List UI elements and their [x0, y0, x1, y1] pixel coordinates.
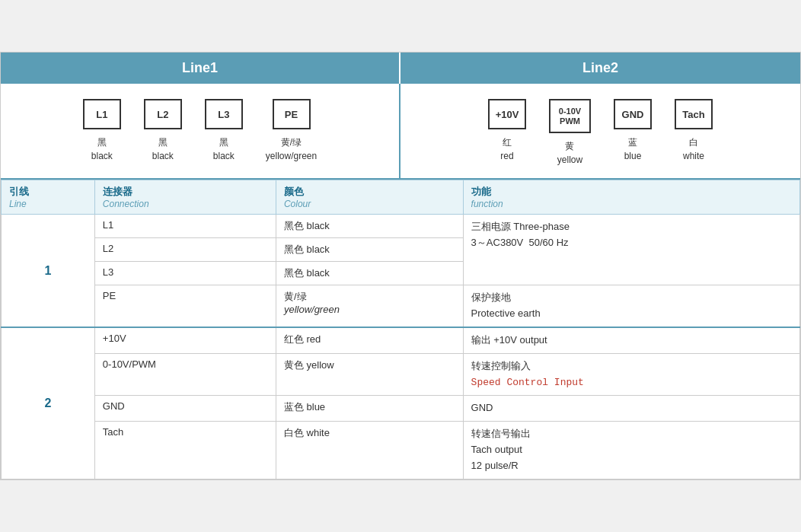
colour-l1: 黑色 black [276, 215, 463, 238]
header-line2: Line2 [400, 53, 800, 84]
table-container: 引线 Line 连接器 Connection 颜色 Colour 功能 func… [1, 180, 800, 479]
th-colour: 颜色 Colour [276, 180, 463, 215]
main-container: Line1 Line2 L1 黑 black L2 黑 black L3 [0, 52, 801, 479]
func-pe: 保护接地Protective earth [463, 285, 799, 327]
func-line1-main: 三相电源 Three-phase 3～AC380V 50/60 Hz [463, 215, 799, 285]
connector-item-pe: PE 黄/绿 yellow/green [266, 99, 317, 163]
connector-box-tach: Tach [675, 99, 713, 129]
conn-tach: Tach [94, 422, 276, 479]
th-line: 引线 Line [2, 180, 95, 215]
func-0-10v-pwm: 转速控制输入 Speed Control Input [463, 353, 799, 396]
connector-line1: L1 黑 black L2 黑 black L3 黑 black [1, 84, 400, 178]
connector-label-pwm: 黄 yellow [557, 139, 582, 167]
connector-box-10v: +10V [488, 99, 526, 129]
connector-item-10v: +10V 红 red [488, 99, 526, 163]
colour-l2: 黑色 black [276, 238, 463, 262]
conn-l2: L2 [94, 238, 276, 262]
spec-table: 引线 Line 连接器 Connection 颜色 Colour 功能 func… [1, 180, 800, 479]
connector-item-gnd: GND 蓝 blue [614, 99, 652, 163]
table-row: Tach 白色 white 转速信号输出 Tach output 12 puls… [2, 422, 800, 479]
table-header-row: 引线 Line 连接器 Connection 颜色 Colour 功能 func… [2, 180, 800, 215]
connector-item-l1: L1 黑 black [83, 99, 121, 163]
th-function: 功能 function [463, 180, 799, 215]
connector-box-gnd: GND [614, 99, 652, 129]
colour-0-10v-pwm: 黄色 yellow [276, 353, 463, 396]
connector-box-l1: L1 [83, 99, 121, 129]
table-row: 0-10V/PWM 黄色 yellow 转速控制输入 Speed Control… [2, 353, 800, 396]
colour-pe: 黄/绿 yellow/green [276, 285, 463, 327]
connector-item-tach: Tach 白 white [675, 99, 713, 163]
conn-l3: L3 [94, 262, 276, 285]
th-connection: 连接器 Connection [94, 180, 276, 215]
func-gnd: GND [463, 396, 799, 422]
conn-pe: PE [94, 285, 276, 327]
connector-item-l2: L2 黑 black [144, 99, 182, 163]
func-10v: 输出 +10V output [463, 327, 799, 353]
conn-0-10v-pwm: 0-10V/PWM [94, 353, 276, 396]
connector-box-l3: L3 [205, 99, 243, 129]
colour-gnd: 蓝色 blue [276, 396, 463, 422]
connector-label-l2: 黑 black [152, 135, 174, 163]
line-num-2: 2 [2, 327, 95, 479]
colour-10v: 红色 red [276, 327, 463, 353]
connector-box-l2: L2 [144, 99, 182, 129]
connector-box-pe: PE [273, 99, 311, 129]
colour-tach: 白色 white [276, 422, 463, 479]
connector-label-tach: 白 white [683, 135, 704, 163]
connector-label-gnd: 蓝 blue [624, 135, 642, 163]
table-row: PE 黄/绿 yellow/green 保护接地Protective earth [2, 285, 800, 327]
connector-label-l3: 黑 black [213, 135, 235, 163]
header-row: Line1 Line2 [1, 53, 800, 84]
table-row: 2 +10V 红色 red 输出 +10V output [2, 327, 800, 353]
connector-area: L1 黑 black L2 黑 black L3 黑 black [1, 84, 800, 180]
func-tach: 转速信号输出 Tach output 12 pulse/R [463, 422, 799, 479]
conn-l1: L1 [94, 215, 276, 238]
conn-gnd: GND [94, 396, 276, 422]
connector-box-pwm: 0-10VPWM [549, 99, 591, 133]
header-line1: Line1 [1, 53, 400, 84]
connector-label-pe: 黄/绿 yellow/green [266, 135, 317, 163]
connector-item-l3: L3 黑 black [205, 99, 243, 163]
table-row: GND 蓝色 blue GND [2, 396, 800, 422]
connector-label-l1: 黑 black [91, 135, 113, 163]
line-num-1: 1 [2, 215, 95, 327]
table-row: 1 L1 黑色 black 三相电源 Three-phase 3～AC380V … [2, 215, 800, 238]
colour-l3: 黑色 black [276, 262, 463, 285]
connector-label-10v: 红 red [500, 135, 513, 163]
connector-item-pwm: 0-10VPWM 黄 yellow [549, 99, 591, 167]
connector-line2: +10V 红 red 0-10VPWM 黄 yellow GND 蓝 blue [400, 84, 800, 178]
conn-10v: +10V [94, 327, 276, 353]
